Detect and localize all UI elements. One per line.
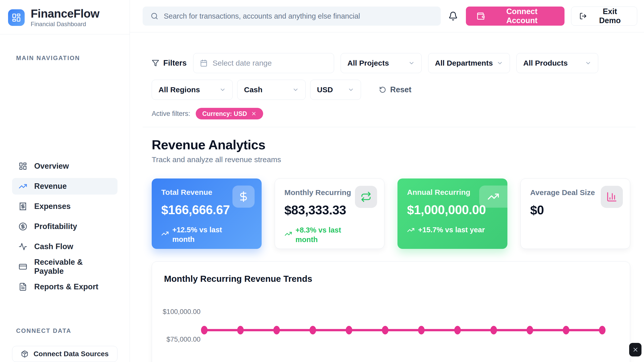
sidebar-item-revenue[interactable]: Revenue	[12, 178, 117, 195]
sidebar-item-receivable-payable[interactable]: Receivable & Payable	[12, 258, 117, 275]
mrr-data-point	[491, 326, 497, 334]
chevron-down-icon	[585, 60, 591, 66]
package-icon	[21, 350, 28, 358]
active-filters-label: Active filters:	[152, 110, 190, 118]
active-filters-row: Active filters: Currency: USD	[152, 108, 630, 119]
repeat-icon	[355, 186, 377, 208]
mrr-data-point	[346, 326, 352, 334]
mrr-trends-chart-card: Monthly Recurring Revenue Trends $100,00…	[152, 261, 630, 362]
connect-data-sources-button[interactable]: Connect Data Sources	[12, 346, 117, 362]
accounting-basis-value: Cash	[244, 85, 262, 94]
connect-account-label: Connect Account	[490, 7, 554, 25]
chip-label: Currency: USD	[202, 110, 247, 117]
app-logo-icon	[8, 9, 25, 26]
accounting-basis-select[interactable]: Cash	[237, 80, 306, 100]
filters-text: Filters	[163, 59, 187, 68]
connect-data-sources-label: Connect Data Sources	[33, 350, 109, 358]
filters-row-1: Filters Select date range All Projects A…	[152, 53, 630, 73]
log-out-icon	[579, 12, 587, 20]
funnel-icon	[152, 59, 159, 67]
trending-up-icon	[479, 186, 507, 208]
metric-change-text: +15.7% vs last year	[418, 225, 485, 235]
sidebar-item-label: Cash Flow	[34, 242, 73, 251]
mrr-data-point	[382, 326, 388, 334]
projects-select-value: All Projects	[347, 59, 389, 67]
sidebar-item-label: Revenue	[34, 182, 67, 191]
chevron-down-icon	[408, 60, 415, 66]
logo-row: FinanceFlow Financial Dashboard	[0, 0, 130, 34]
sidebar-item-cash-flow[interactable]: Cash Flow	[12, 238, 117, 255]
sidebar-item-label: Reports & Export	[34, 282, 98, 291]
app-name: FinanceFlow	[31, 8, 99, 20]
mrr-data-point	[273, 326, 280, 334]
rotate-ccw-icon	[379, 86, 386, 93]
sidebar-item-overview[interactable]: Overview	[12, 158, 117, 174]
main-area: Connect Account Exit Demo Filters Select…	[130, 0, 644, 362]
content: Filters Select date range All Projects A…	[130, 32, 644, 362]
currency-select-value: USD	[317, 85, 333, 94]
active-filter-chip-currency[interactable]: Currency: USD	[196, 108, 263, 119]
products-select-value: All Products	[523, 59, 568, 67]
mrr-data-point	[309, 326, 316, 334]
nav-heading-main: MAIN NAVIGATION	[0, 55, 130, 147]
sidebar-item-expenses[interactable]: Expenses	[12, 198, 117, 215]
date-range-input[interactable]: Select date range	[193, 53, 334, 73]
mrr-chart-svg	[152, 262, 630, 362]
sidebar-item-profitability[interactable]: Profitability	[12, 218, 117, 235]
metric-card-total-revenue: Total Revenue $166,666.67 +12.5% vs last…	[152, 178, 262, 249]
projects-select[interactable]: All Projects	[341, 53, 422, 73]
filters-label: Filters	[152, 59, 187, 68]
date-range-placeholder: Select date range	[213, 59, 272, 67]
exit-demo-button[interactable]: Exit Demo	[571, 7, 637, 26]
receipt-icon	[19, 202, 27, 211]
mrr-data-point	[563, 326, 569, 334]
trending-up-icon	[407, 226, 415, 234]
mrr-data-point	[418, 326, 425, 334]
departments-select-value: All Departments	[435, 59, 493, 67]
products-select[interactable]: All Products	[516, 53, 598, 73]
notifications-button[interactable]	[446, 9, 460, 23]
file-text-icon	[19, 283, 27, 291]
page-title: Revenue Analytics	[152, 137, 630, 152]
departments-select[interactable]: All Departments	[428, 53, 510, 73]
mrr-data-point	[454, 326, 461, 334]
metric-change: +8.3% vs last month	[285, 225, 375, 244]
bar-chart-icon	[601, 186, 623, 208]
sidebar-item-reports-export[interactable]: Reports & Export	[12, 279, 117, 295]
topbar: Connect Account Exit Demo	[130, 0, 644, 32]
layout-dashboard-icon	[19, 162, 27, 170]
regions-select[interactable]: All Regions	[152, 80, 233, 100]
chevron-down-icon	[292, 86, 299, 93]
reset-filters-button[interactable]: Reset	[378, 85, 413, 95]
nav-heading-connect-data: CONNECT DATA	[0, 327, 130, 334]
dollar-sign-icon	[232, 186, 255, 208]
search-input[interactable]	[163, 12, 433, 21]
x-icon	[632, 346, 639, 353]
currency-select[interactable]: USD	[310, 80, 361, 100]
filters-row-2: All Regions Cash USD Reset	[152, 80, 630, 100]
connect-account-button[interactable]: Connect Account	[466, 7, 565, 26]
chevron-down-icon	[219, 86, 226, 93]
circle-dollar-icon	[19, 222, 27, 231]
section-divider	[143, 127, 636, 127]
sidebar-item-label: Profitability	[34, 222, 77, 231]
metric-change-text: +8.3% vs last month	[296, 225, 364, 244]
credit-card-icon	[19, 262, 27, 271]
metric-card-average-deal-size: Average Deal Size $0	[520, 178, 630, 249]
sidebar-item-label: Receivable & Payable	[34, 258, 111, 276]
metric-cards: Total Revenue $166,666.67 +12.5% vs last…	[152, 178, 630, 249]
metric-card-monthly-recurring: Monthly Recurring $83,333.33 +8.3% vs la…	[275, 178, 385, 249]
search-icon	[151, 12, 158, 20]
trending-up-icon	[161, 230, 169, 240]
search-box	[143, 7, 441, 26]
overlay-close-button[interactable]	[629, 343, 641, 356]
mrr-data-point	[237, 326, 244, 334]
metric-card-annual-recurring: Annual Recurring $1,000,000.00 +15.7% vs…	[397, 178, 507, 249]
metric-change-text: +12.5% vs last month	[172, 225, 241, 244]
chevron-down-icon	[348, 86, 354, 93]
metric-change: +15.7% vs last year	[407, 225, 498, 235]
mrr-data-point	[599, 326, 606, 334]
x-icon[interactable]	[251, 111, 257, 116]
regions-select-value: All Regions	[158, 85, 200, 94]
sidebar-item-label: Expenses	[34, 202, 71, 211]
